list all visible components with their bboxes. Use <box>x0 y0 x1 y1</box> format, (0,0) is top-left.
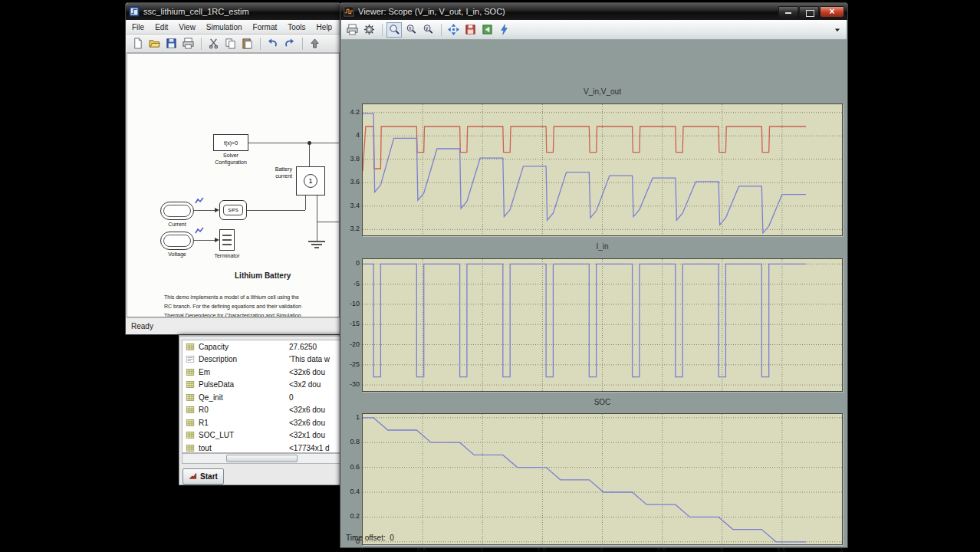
signal-selection-icon[interactable] <box>496 22 511 38</box>
plot1-title: V_in,V_out <box>362 87 843 96</box>
workspace-row[interactable]: R1<32x6 dou <box>183 416 340 429</box>
simulink-canvas[interactable]: f(x)=0 Solver Configuration 1 Battery cu… <box>127 53 340 317</box>
scope-titlebar[interactable]: Viewer: Scope (V_in, V_out, I_in, SOC) <box>340 3 847 20</box>
workspace-row[interactable]: SOC_LUT<32x1 dou <box>183 429 340 442</box>
restore-axes-icon[interactable] <box>479 22 495 38</box>
simulink-menubar: FileEditViewSimulationFormatToolsHelp <box>127 20 340 34</box>
zoom-y-icon[interactable] <box>420 22 436 38</box>
wire-down-to-sensor <box>309 143 310 166</box>
ground-bar3 <box>314 247 319 248</box>
workspace-row[interactable]: PulseData<3x2 dou <box>183 379 340 392</box>
y-tick-label: 0 <box>341 537 360 545</box>
scrollbar-thumb[interactable] <box>226 455 297 462</box>
up-arrow-icon[interactable] <box>307 36 322 51</box>
zoom-icon[interactable] <box>386 22 402 38</box>
workspace-row[interactable]: R0<32x6 dou <box>183 404 340 417</box>
scope-window-title: Viewer: Scope (V_in, V_out, I_in, SOC) <box>358 7 505 16</box>
variable-name: tout <box>199 444 289 452</box>
zoom-x-icon[interactable] <box>403 22 419 38</box>
grid-icon <box>186 444 195 452</box>
plot2-title: I_in <box>362 242 843 251</box>
workspace-row[interactable]: Qe_init0 <box>183 391 340 404</box>
redo-icon[interactable] <box>281 36 297 51</box>
y-tick-label: -30 <box>341 380 360 388</box>
undo-icon[interactable] <box>265 36 280 51</box>
start-button-label: Start <box>200 472 218 481</box>
current-inner-oval <box>163 205 191 217</box>
y-tick-label: -5 <box>341 280 360 288</box>
workspace-horizontal-scrollbar[interactable] <box>182 453 340 464</box>
plot-v-in-v-out[interactable] <box>362 104 843 236</box>
parameters-icon[interactable] <box>361 22 377 38</box>
current-input-block[interactable] <box>160 202 194 220</box>
voltage-inner-oval <box>163 235 191 247</box>
terminator-glyph-bar2 <box>222 239 232 241</box>
variable-value: <3x2 dou <box>289 380 340 389</box>
terminator-glyph-bar3 <box>222 244 232 245</box>
close-button[interactable] <box>820 6 844 18</box>
cut-icon[interactable] <box>206 36 221 51</box>
workspace-row[interactable]: Capacity27.6250 <box>183 340 340 353</box>
print-icon[interactable] <box>180 36 196 51</box>
wire-converter-right <box>247 210 305 211</box>
variable-value: 0 <box>289 393 340 402</box>
plot-i-in[interactable] <box>362 258 843 392</box>
x-tick-label: 2.5 <box>652 547 672 552</box>
terminator-glyph-bar1 <box>222 235 232 236</box>
wire-sensor-to-ground <box>317 196 317 235</box>
matlab-start-button[interactable]: Start <box>183 468 224 485</box>
simulink-titlebar[interactable]: ssc_lithium_cell_1RC_estim <box>126 3 340 20</box>
y-tick-label: 0.8 <box>341 438 360 445</box>
plot-soc[interactable] <box>362 413 843 545</box>
matlab-logo-icon <box>189 472 197 481</box>
menu-file[interactable]: File <box>127 21 150 33</box>
toolbar-separator <box>382 24 383 36</box>
viewer-badge-icon-2 <box>195 227 204 235</box>
toolbar-separator <box>201 38 202 50</box>
workspace-row[interactable]: Description'This data w <box>183 353 340 366</box>
text-icon <box>186 355 195 363</box>
print-icon[interactable] <box>344 22 360 38</box>
y-tick-label: 3.8 <box>341 155 360 163</box>
voltage-input-block[interactable] <box>160 232 194 250</box>
variable-name: Description <box>199 355 289 363</box>
workspace-row[interactable]: Em<32x6 dou <box>183 366 340 379</box>
scope-plot-area: V_in,V_out I_in SOC x 104 Time offset: 0… <box>341 40 847 547</box>
plot3-title: SOC <box>362 398 843 406</box>
workspace-row[interactable]: tout<17734x1 d <box>183 442 340 453</box>
description-line: Thermal Dependence for Characterization … <box>164 311 340 317</box>
menu-help[interactable]: Help <box>311 21 338 33</box>
paste-icon[interactable] <box>239 36 255 51</box>
model-description: This demo implements a model of a lithiu… <box>164 293 340 317</box>
autoscale-icon[interactable] <box>446 22 461 38</box>
scope-toolbar <box>341 20 847 40</box>
wire-junction-dot <box>307 141 311 145</box>
battery-current-sensor-block[interactable]: 1 <box>296 166 325 196</box>
y-tick-label: 3.6 <box>341 178 360 186</box>
save-icon[interactable] <box>163 36 179 51</box>
menu-edit[interactable]: Edit <box>150 21 173 33</box>
simulink-statusbar: Ready <box>127 317 340 334</box>
y-tick-label: 3.2 <box>341 225 360 232</box>
y-tick-label: -25 <box>341 360 360 368</box>
y-tick-label: 3.4 <box>341 202 360 209</box>
minimize-button[interactable] <box>778 6 798 18</box>
y-tick-label: 0.6 <box>341 463 360 471</box>
menu-tools[interactable]: Tools <box>282 21 311 33</box>
menu-view[interactable]: View <box>173 21 201 33</box>
simulink-ps-converter-block[interactable]: S/PS <box>219 200 247 220</box>
menu-format[interactable]: Format <box>248 21 283 33</box>
terminator-block[interactable] <box>219 229 235 251</box>
grid-icon <box>186 343 195 351</box>
variable-name: R1 <box>199 419 289 427</box>
toolbar-overflow-dropdown-icon[interactable] <box>831 24 844 36</box>
open-icon[interactable] <box>146 36 162 51</box>
copy-icon[interactable] <box>222 36 238 51</box>
solver-configuration-block[interactable]: f(x)=0 <box>213 134 248 151</box>
sensor-label-line2: current <box>246 173 292 179</box>
menu-simulation[interactable]: Simulation <box>201 21 248 33</box>
grid-icon <box>186 393 195 402</box>
save-axes-icon[interactable] <box>462 22 478 38</box>
maximize-button[interactable] <box>799 6 819 18</box>
new-doc-icon[interactable] <box>130 36 145 51</box>
